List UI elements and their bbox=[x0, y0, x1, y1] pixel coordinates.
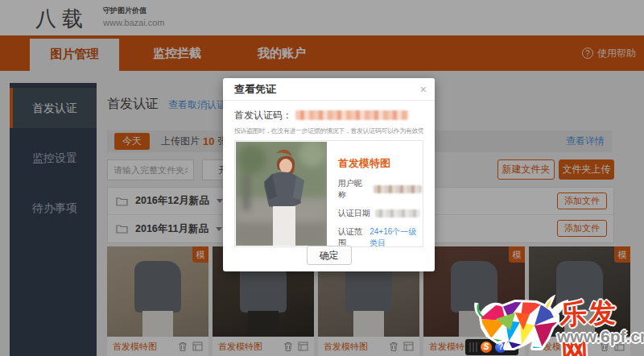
confirm-button[interactable]: 确定 bbox=[307, 246, 352, 265]
cert-date-label: 认证日期 bbox=[338, 208, 370, 219]
nickname-redacted bbox=[374, 185, 422, 193]
modal-title: 查看凭证 bbox=[234, 83, 276, 95]
toolbar-caret-icon[interactable] bbox=[510, 346, 514, 349]
certificate-info: 首发模特图 用户昵称 认证日期 认证范围 24+16个一级类目 bbox=[327, 142, 422, 246]
grip-handle-icon[interactable] bbox=[469, 342, 477, 352]
app-screen: 八载 守护图片价值 www.bazai.com 图片管理 监控拦截 我的账户 ?… bbox=[0, 0, 644, 356]
auth-code-label: 首发认证码： bbox=[234, 109, 292, 122]
modal-note: 投诉盗图时，在没有进一步证据的情况下，首发认证码可以作为有效凭证。 bbox=[234, 126, 423, 135]
cert-date-row: 认证日期 bbox=[338, 208, 422, 219]
certificate-card: 首发模特图 用户昵称 认证日期 认证范围 24+16个一级类目 bbox=[234, 140, 423, 247]
close-icon[interactable]: × bbox=[420, 78, 427, 101]
modal-footer: 确定 bbox=[223, 246, 435, 265]
certificate-title: 首发模特图 bbox=[338, 156, 422, 171]
auth-code-row: 首发认证码： bbox=[234, 107, 423, 123]
modal-titlebar: 查看凭证 × bbox=[223, 78, 435, 101]
certified-model-photo bbox=[236, 142, 327, 246]
auth-code-redacted bbox=[295, 110, 408, 120]
sogou-icon[interactable]: S bbox=[481, 342, 492, 353]
cert-date-redacted bbox=[375, 209, 420, 217]
modal-body: 首发认证码： 投诉盗图时，在没有进一步证据的情况下，首发认证码可以作为有效凭证。 bbox=[223, 101, 435, 247]
nickname-label: 用户昵称 bbox=[338, 178, 369, 201]
nickname-row: 用户昵称 bbox=[338, 178, 422, 201]
view-certificate-modal: 查看凭证 × 首发认证码： 投诉盗图时，在没有进一步证据的情况下，首发认证码可以… bbox=[223, 78, 435, 271]
question-icon[interactable]: ? bbox=[495, 342, 506, 353]
ime-toolbar: S ? bbox=[465, 339, 518, 355]
